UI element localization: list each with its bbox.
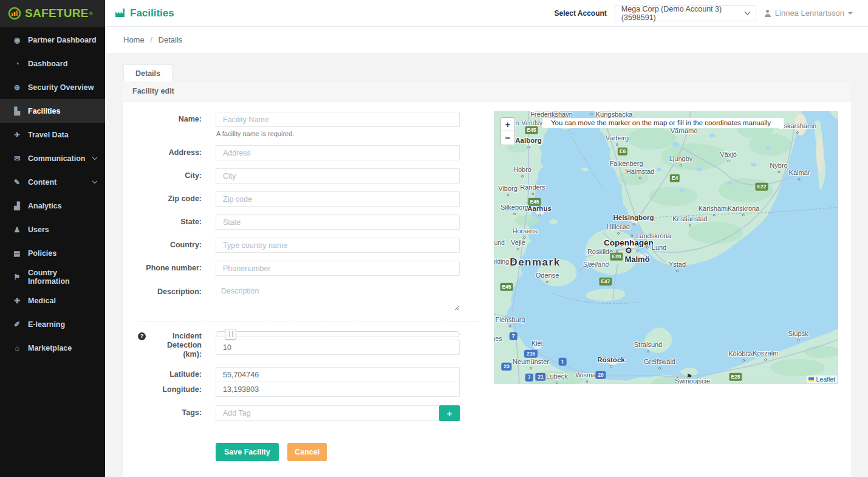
sidebar-item-marketplace[interactable]: ⌂Marketplace <box>0 336 105 360</box>
page-title-text: Facilities <box>130 7 174 19</box>
facility-edit-panel: Facility edit Name: A facility name is r… <box>123 81 851 477</box>
account-select[interactable]: Mega Corp (Demo Account 3) (3598591) <box>615 5 756 21</box>
sidebar-item-security-overview[interactable]: ⊕Security Overview <box>0 75 105 99</box>
help-icon[interactable]: ? <box>138 332 146 340</box>
add-tag-button[interactable]: + <box>439 405 460 421</box>
address-input[interactable] <box>216 145 460 160</box>
sidebar: SAFETURE® ◉Partner Dashboard◔Dashboard⊕S… <box>0 0 105 477</box>
medkit-icon: ✚ <box>12 297 22 305</box>
facility-name-input[interactable] <box>216 112 460 127</box>
breadcrumb-details: Details <box>159 35 183 44</box>
zip-input[interactable] <box>216 191 460 207</box>
sidebar-nav: ◉Partner Dashboard◔Dashboard⊕Security Ov… <box>0 27 105 360</box>
zip-label: Zip code: <box>138 191 216 207</box>
sidebar-item-label: Marketplace <box>28 344 72 352</box>
account-select-value: Mega Corp (Demo Account 3) (3598591) <box>621 5 745 22</box>
sidebar-item-label: Partner Dashboard <box>28 36 97 44</box>
country-label: Country: <box>138 238 216 253</box>
pencil-icon: ✎ <box>12 178 22 187</box>
latitude-label: Latitude: <box>138 367 216 382</box>
registered-mark: ® <box>89 11 93 16</box>
save-facility-button[interactable]: Save Facility <box>216 443 279 461</box>
name-label: Name: <box>138 112 216 137</box>
country-input[interactable] <box>216 238 460 253</box>
sidebar-item-policies[interactable]: ▤Policies <box>0 241 105 265</box>
sidebar-item-e-learning[interactable]: ✐E-learning <box>0 312 105 336</box>
map-notice: You can move the marker on the map or fi… <box>542 118 784 128</box>
chevron-down-icon <box>92 155 97 160</box>
sidebar-item-label: Facilities <box>28 107 61 115</box>
topbar: Facilities Select Account Mega Corp (Dem… <box>105 0 868 27</box>
state-input[interactable] <box>216 214 460 230</box>
user-menu[interactable]: Linnea Lennartsson <box>764 9 853 18</box>
graduation-cap-icon: ✐ <box>12 320 22 329</box>
tab-details[interactable]: Details <box>123 64 173 81</box>
ukraine-flag-icon <box>808 377 814 382</box>
city-label: City: <box>138 168 216 184</box>
incident-detection-input[interactable] <box>216 340 460 355</box>
brand-name: SAFETURE <box>25 7 89 20</box>
safeture-logo-icon <box>8 7 21 20</box>
leaflet-link[interactable]: Leaflet <box>816 376 835 383</box>
panel-title: Facility edit <box>123 81 851 101</box>
sidebar-item-content[interactable]: ✎Content <box>0 170 105 194</box>
sidebar-item-users[interactable]: ♟Users <box>0 218 105 241</box>
user-name: Linnea Lennartsson <box>775 9 844 18</box>
sidebar-item-label: Analytics <box>28 202 62 210</box>
id-card-icon: ▤ <box>12 249 22 258</box>
user-icon: ♟ <box>12 225 22 234</box>
flag-icon: ⚑ <box>12 273 22 281</box>
sidebar-item-travel-data[interactable]: ✈Travel Data <box>0 123 105 146</box>
sidebar-item-label: Country Information <box>28 269 97 286</box>
breadcrumb-separator: / <box>150 35 152 44</box>
chevron-down-icon <box>92 179 97 184</box>
sidebar-item-partner-dashboard[interactable]: ◉Partner Dashboard <box>0 28 105 52</box>
zoom-in-button[interactable]: + <box>501 118 514 131</box>
tags-label: Tags: <box>138 405 216 421</box>
sidebar-item-label: Security Overview <box>28 83 94 92</box>
breadcrumb-home[interactable]: Home <box>123 35 145 44</box>
leaflet-map[interactable]: FrederikshavnkenVendsyssKungsbackaVärnam… <box>494 111 838 384</box>
plus-icon: + <box>447 408 453 419</box>
map-zoom-control: + − <box>501 117 515 145</box>
name-help-text: A facility name is required. <box>216 130 460 137</box>
phone-label: Phone number: <box>138 261 216 276</box>
shop-icon: ⌂ <box>12 344 22 352</box>
city-input[interactable] <box>216 168 460 184</box>
incident-detection-slider[interactable] <box>216 331 460 337</box>
caret-down-icon <box>848 12 853 15</box>
logo[interactable]: SAFETURE® <box>0 0 105 27</box>
sidebar-item-facilities[interactable]: ▙Facilities <box>0 99 105 123</box>
description-textarea[interactable] <box>216 284 460 311</box>
sidebar-item-medical[interactable]: ✚Medical <box>0 289 105 312</box>
sidebar-item-country-information[interactable]: ⚑Country Information <box>0 265 105 289</box>
add-tag-input[interactable] <box>216 405 440 421</box>
sidebar-item-communication[interactable]: ✉Communication <box>0 146 105 170</box>
address-label: Address: <box>138 145 216 160</box>
longitude-label: Longitude: <box>138 382 216 397</box>
sidebar-item-label: E-learning <box>28 320 65 329</box>
slider-handle[interactable] <box>225 329 236 340</box>
bar-chart-icon: ▟ <box>12 202 22 210</box>
main-content: Details Facility edit Name: A facility n… <box>105 53 868 477</box>
eye-icon: ◉ <box>12 36 22 44</box>
sidebar-item-dashboard[interactable]: ◔Dashboard <box>0 52 105 75</box>
description-label: Description: <box>138 284 216 313</box>
factory-icon <box>115 9 125 18</box>
plane-icon: ✈ <box>12 131 22 139</box>
globe-icon: ⊕ <box>12 83 22 92</box>
breadcrumb: Home / Details <box>105 27 868 53</box>
latitude-input[interactable] <box>216 367 460 382</box>
phone-input[interactable] <box>216 261 460 276</box>
section-divider <box>138 321 480 321</box>
user-icon <box>764 10 771 17</box>
cancel-button[interactable]: Cancel <box>287 443 327 461</box>
sidebar-item-label: Users <box>28 225 49 234</box>
zoom-out-button[interactable]: − <box>501 131 514 145</box>
page-title: Facilities <box>115 7 174 19</box>
sidebar-item-label: Communication <box>28 154 85 163</box>
sidebar-item-label: Medical <box>28 297 56 305</box>
select-account-label: Select Account <box>555 9 607 18</box>
longitude-input[interactable] <box>216 382 460 397</box>
sidebar-item-analytics[interactable]: ▟Analytics <box>0 194 105 218</box>
